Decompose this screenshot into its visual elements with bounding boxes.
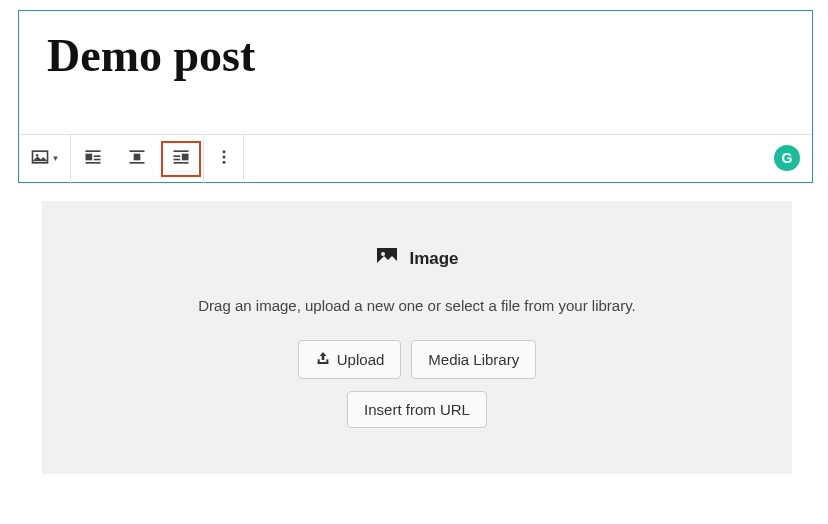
svg-point-16	[222, 155, 225, 158]
align-left-icon	[83, 147, 103, 170]
svg-rect-4	[94, 155, 101, 157]
alignment-group	[71, 135, 204, 183]
insert-from-url-button[interactable]: Insert from URL	[347, 391, 487, 428]
chevron-down-icon: ▼	[52, 154, 60, 163]
svg-rect-11	[182, 154, 189, 161]
upload-label: Upload	[337, 351, 385, 368]
placeholder-button-row-2: Insert from URL	[62, 391, 772, 428]
svg-rect-7	[130, 150, 145, 152]
svg-rect-21	[317, 359, 319, 363]
placeholder-title: Image	[409, 249, 458, 269]
align-center-button[interactable]	[117, 141, 157, 177]
upload-button[interactable]: Upload	[298, 340, 402, 379]
svg-rect-22	[326, 359, 328, 363]
svg-point-19	[381, 252, 385, 256]
align-right-button[interactable]	[161, 141, 201, 177]
svg-rect-9	[130, 162, 145, 164]
grammarly-icon: G	[782, 150, 793, 166]
placeholder-heading: Image	[62, 245, 772, 273]
more-options-button[interactable]	[204, 135, 244, 183]
svg-rect-3	[86, 154, 93, 161]
block-toolbar: ▼ G	[19, 134, 812, 182]
grammarly-badge[interactable]: G	[774, 145, 800, 171]
upload-icon	[315, 350, 331, 369]
title-area: Demo post	[19, 11, 812, 134]
placeholder-button-row: Upload Media Library	[62, 340, 772, 379]
block-type-switcher[interactable]: ▼	[19, 135, 71, 183]
svg-rect-2	[86, 150, 101, 152]
image-block-placeholder[interactable]: Image Drag an image, upload a new one or…	[42, 201, 792, 474]
svg-point-17	[222, 160, 225, 163]
align-center-icon	[127, 147, 147, 170]
image-icon	[375, 245, 399, 273]
svg-rect-13	[174, 159, 181, 161]
post-title-input[interactable]: Demo post	[47, 29, 784, 82]
insert-url-label: Insert from URL	[364, 401, 470, 418]
image-icon	[30, 147, 50, 171]
placeholder-instructions: Drag an image, upload a new one or selec…	[62, 297, 772, 314]
align-left-button[interactable]	[73, 141, 113, 177]
more-vertical-icon	[215, 148, 233, 170]
media-library-button[interactable]: Media Library	[411, 340, 536, 379]
svg-rect-6	[86, 162, 101, 164]
editor-canvas: Demo post ▼	[18, 10, 813, 183]
svg-rect-10	[174, 150, 189, 152]
media-library-label: Media Library	[428, 351, 519, 368]
svg-rect-8	[134, 154, 141, 161]
svg-point-15	[222, 150, 225, 153]
align-right-icon	[171, 147, 191, 170]
svg-rect-5	[94, 159, 101, 161]
svg-point-1	[35, 154, 38, 157]
svg-rect-12	[174, 155, 181, 157]
svg-rect-14	[174, 162, 189, 164]
